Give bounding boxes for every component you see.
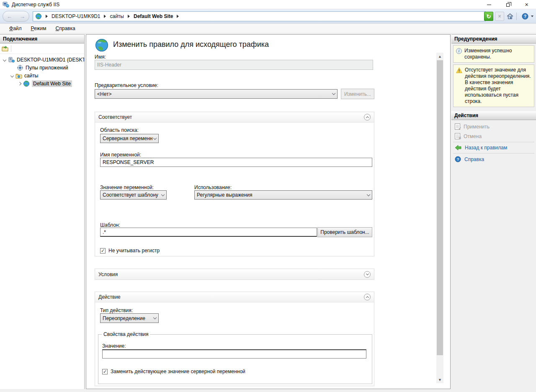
- collapse-section-button[interactable]: [364, 294, 371, 300]
- chevron-down-icon: [332, 92, 335, 95]
- alert-text: Изменения успешно сохранены.: [464, 48, 531, 60]
- variable-value-label: Значение переменной:: [100, 184, 154, 190]
- connections-tree: DESKTOP-U1MK9D1 (DESKTOI Пулы приложений…: [0, 54, 84, 87]
- main-scrollbar[interactable]: ▲ ▼: [436, 53, 443, 383]
- actions-header: Действия: [451, 111, 536, 120]
- info-icon: i: [456, 48, 462, 54]
- server-icon: [8, 56, 15, 63]
- tree-node-label: DESKTOP-U1MK9D1 (DESKTOI: [17, 57, 84, 63]
- breadcrumb-server[interactable]: DESKTOP-U1MK9D1: [52, 13, 100, 19]
- chevron-down-icon: [367, 192, 370, 196]
- action-type-select[interactable]: Переопределение: [100, 313, 159, 323]
- using-label: Использование:: [194, 184, 232, 190]
- globe-icon: [35, 13, 42, 20]
- stop-button: ×: [495, 12, 504, 21]
- page-globe-icon: [95, 38, 109, 52]
- home-button[interactable]: [507, 13, 513, 20]
- name-field: IIS-Header: [95, 60, 373, 70]
- replace-value-checkbox[interactable]: ✓: [102, 369, 108, 374]
- breadcrumb-sites[interactable]: сайты: [110, 13, 124, 19]
- edit-precondition-button: Изменить...: [341, 89, 374, 99]
- refresh-icon: ↻: [487, 13, 491, 20]
- menu-view[interactable]: Режим: [27, 24, 51, 33]
- restore-icon: [506, 3, 510, 7]
- restore-button[interactable]: [498, 0, 517, 9]
- page-title: Изменить правило для исходящего трафика: [113, 40, 269, 49]
- conditions-section: Условия: [95, 269, 374, 280]
- expander-expanded-icon[interactable]: [3, 58, 6, 61]
- breadcrumb[interactable]: DESKTOP-U1MK9D1 сайты Default Web Site: [33, 11, 486, 21]
- window-bottom-edge: [0, 389, 536, 392]
- test-pattern-button[interactable]: Проверить шаблон...: [317, 227, 372, 237]
- scroll-up-button[interactable]: ▲: [436, 53, 443, 60]
- right-panel: Предупреждения i Изменения успешно сохра…: [451, 34, 536, 389]
- minimize-button[interactable]: [479, 0, 498, 9]
- close-icon: ×: [525, 2, 528, 8]
- tree-node-sites[interactable]: сайты: [0, 72, 84, 79]
- expander-collapsed-icon[interactable]: [18, 82, 21, 85]
- breadcrumb-separator: [46, 15, 48, 18]
- address-toolbar: ← → DESKTOP-U1MK9D1 сайты Default Web Si…: [0, 9, 536, 23]
- help-action[interactable]: ? Справка: [451, 154, 536, 164]
- using-select[interactable]: Регулярные выражения: [194, 190, 372, 200]
- toolbar-separator: [516, 13, 517, 20]
- connections-toolbar: [0, 44, 84, 54]
- scope-select[interactable]: Серверная переменн: [100, 134, 159, 143]
- actions-separator: [453, 153, 534, 154]
- expand-section-button[interactable]: [364, 271, 371, 278]
- scrollbar-thumb[interactable]: [437, 60, 443, 355]
- scroll-down-button[interactable]: ▼: [436, 376, 443, 383]
- variable-name-input[interactable]: RESPONSE_SERVER: [100, 158, 372, 167]
- actions-separator: [453, 142, 534, 142]
- replace-value-row: ✓ Заменить действующее значение серверно…: [102, 369, 245, 374]
- menu-file[interactable]: Файл: [5, 24, 26, 33]
- collapse-section-button[interactable]: [364, 114, 371, 120]
- apply-action: ✓ Применить: [451, 122, 536, 131]
- tree-node-server[interactable]: DESKTOP-U1MK9D1 (DESKTOI: [0, 56, 84, 64]
- menu-help[interactable]: Справка: [52, 24, 80, 33]
- action-properties-group: Свойства действия Значение: ✓ Заменить д…: [98, 334, 372, 384]
- apply-icon: ✓: [455, 123, 460, 130]
- chevron-up-icon: [366, 296, 368, 299]
- tree-node-default-web-site[interactable]: Default Web Site: [0, 79, 84, 87]
- conditions-section-header[interactable]: Условия: [95, 269, 374, 279]
- action-type-label: Тип действия:: [100, 307, 133, 313]
- title-bar: Диспетчер служб IIS ×: [0, 0, 536, 9]
- connections-header: Подключения: [0, 35, 84, 44]
- help-dropdown-icon[interactable]: [531, 15, 533, 17]
- chevron-up-icon: [366, 116, 368, 119]
- svg-text:?: ?: [524, 14, 526, 19]
- tree-node-app-pools[interactable]: Пулы приложений: [0, 64, 84, 72]
- cancel-action: ✕ Отмена: [451, 131, 536, 141]
- breadcrumb-current-site[interactable]: Default Web Site: [134, 13, 173, 19]
- back-button[interactable]: ←: [7, 14, 12, 19]
- sites-folder-icon: [15, 72, 22, 79]
- close-button[interactable]: ×: [517, 0, 536, 9]
- variable-value-select[interactable]: Соответствует шаблону: [100, 190, 167, 200]
- ignore-case-checkbox[interactable]: ✓: [100, 248, 106, 254]
- connections-panel: Подключения DESKTOP-U1MK9D1 (DESKTOI: [0, 34, 85, 389]
- precondition-select[interactable]: <Нет>: [95, 89, 338, 99]
- chevron-down-icon: [161, 192, 165, 196]
- save-connection-icon[interactable]: [2, 45, 8, 52]
- window-title: Диспетчер служб IIS: [12, 2, 59, 8]
- toolbar-separator: [11, 45, 11, 52]
- minimize-icon: [487, 5, 491, 5]
- stop-icon: ×: [498, 13, 501, 19]
- forward-button[interactable]: →: [20, 14, 25, 19]
- svg-text:?: ?: [457, 157, 459, 161]
- refresh-button[interactable]: ↻: [484, 12, 493, 21]
- action-section-header[interactable]: Действие: [95, 292, 374, 302]
- expander-expanded-icon[interactable]: [10, 74, 14, 77]
- help-button[interactable]: ?: [522, 13, 528, 20]
- pattern-label: Шаблон:: [100, 222, 120, 228]
- nav-buttons: ← →: [3, 11, 29, 22]
- variable-name-label: Имя переменной:: [100, 152, 141, 158]
- tree-node-label: Пулы приложений: [26, 65, 68, 71]
- ignore-case-row: ✓ Не учитывать регистр: [100, 248, 160, 254]
- match-section-header[interactable]: Соответствует: [95, 112, 374, 123]
- action-value-input[interactable]: [102, 349, 366, 359]
- menu-bar: Файл Режим Справка: [0, 24, 536, 33]
- pattern-input[interactable]: .*: [100, 228, 317, 237]
- back-to-rules-action[interactable]: Назад к правилам: [451, 143, 536, 152]
